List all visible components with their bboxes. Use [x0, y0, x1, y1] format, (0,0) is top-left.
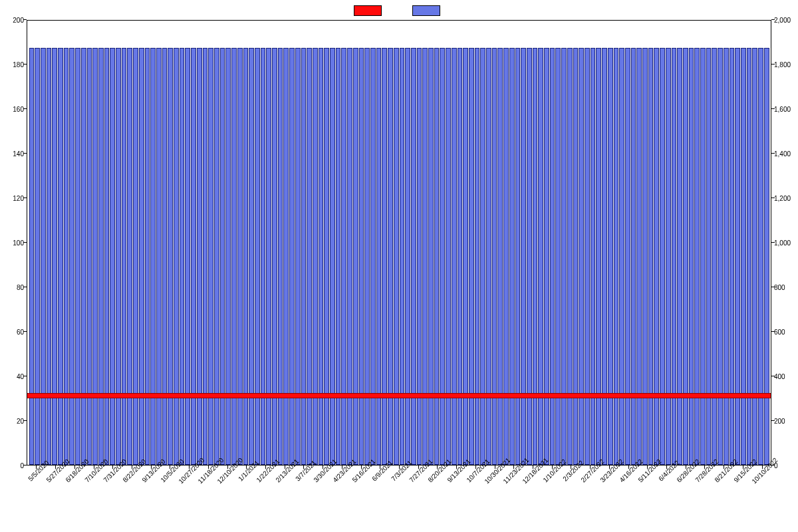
- y-right-tick-label: 400: [774, 373, 785, 380]
- bar: [694, 48, 700, 465]
- bar: [364, 48, 370, 465]
- bar: [533, 48, 538, 465]
- bar: [301, 48, 307, 465]
- bar: [156, 48, 162, 465]
- bar: [405, 48, 410, 465]
- bar: [608, 48, 613, 465]
- x-axis: 5/5/20205/27/20206/18/20207/10/20207/31/…: [27, 466, 771, 532]
- bar: [41, 48, 46, 465]
- y-right-tick-label: 1,600: [774, 106, 791, 113]
- y-right-tick-label: 1,000: [774, 239, 791, 247]
- y-left-tick-label: 160: [13, 106, 24, 113]
- bar: [758, 48, 763, 465]
- y-right-tick-label: 2,000: [774, 17, 791, 24]
- bar: [394, 48, 399, 465]
- y-left-tick-label: 180: [13, 61, 24, 68]
- bar: [619, 48, 624, 465]
- bar: [400, 48, 405, 465]
- bar: [417, 48, 422, 465]
- chart: 020406080100120140160180200 020040060080…: [0, 0, 798, 532]
- y-left-tick-label: 200: [13, 17, 24, 24]
- y-right-tick: [771, 242, 775, 243]
- bar: [527, 48, 532, 465]
- bar: [660, 48, 665, 465]
- bar: [718, 48, 723, 465]
- line-series: [27, 393, 771, 398]
- y-right-tick-label: 1,400: [774, 150, 791, 158]
- bar: [730, 48, 735, 465]
- bar: [319, 48, 324, 465]
- bar: [208, 48, 213, 465]
- bar: [492, 48, 497, 465]
- y-left-tick-label: 40: [17, 373, 24, 380]
- bar: [636, 48, 642, 465]
- bar: [434, 48, 440, 465]
- bar: [764, 48, 769, 465]
- bar: [573, 48, 579, 465]
- bar: [388, 48, 393, 465]
- bar: [313, 48, 318, 465]
- y-right-tick-label: 200: [774, 418, 785, 425]
- bar: [203, 48, 208, 465]
- bar: [422, 48, 428, 465]
- bar: [689, 48, 694, 465]
- bar: [104, 48, 110, 465]
- bar: [382, 48, 387, 465]
- bar: [741, 48, 746, 465]
- bar: [724, 48, 729, 465]
- bar: [480, 48, 485, 465]
- bar: [631, 48, 636, 465]
- y-left-tick-label: 60: [17, 329, 24, 336]
- bar: [336, 48, 341, 465]
- bar: [683, 48, 688, 465]
- bar: [341, 48, 346, 465]
- bar: [712, 48, 717, 465]
- bar: [116, 48, 121, 465]
- bar: [428, 48, 434, 465]
- bar: [503, 48, 509, 465]
- bar: [555, 48, 561, 465]
- bar: [64, 48, 69, 465]
- bar: [214, 48, 219, 465]
- bar: [249, 48, 254, 465]
- legend-item-1: [354, 5, 386, 16]
- y-right-tick-label: 800: [774, 284, 785, 291]
- bar: [278, 48, 283, 465]
- bar: [625, 48, 630, 465]
- bar: [654, 48, 659, 465]
- bar: [509, 48, 515, 465]
- bar: [272, 48, 277, 465]
- bar: [127, 48, 132, 465]
- bar: [677, 48, 682, 465]
- bar: [289, 48, 295, 465]
- bar: [735, 48, 740, 465]
- y-axis-right: 02004006008001,0001,2001,4001,6001,8002,…: [771, 20, 798, 466]
- bar: [307, 48, 312, 465]
- bar: [700, 48, 706, 465]
- bar: [324, 48, 329, 465]
- y-left-tick-label: 140: [13, 150, 24, 158]
- bar: [225, 48, 231, 465]
- bar: [602, 48, 607, 465]
- legend: [0, 5, 798, 16]
- bar: [92, 48, 98, 465]
- bar: [52, 48, 57, 465]
- bar: [174, 48, 179, 465]
- y-right-tick: [771, 376, 775, 376]
- legend-swatch-red: [354, 5, 382, 16]
- y-axis-left: 020406080100120140160180200: [0, 20, 27, 466]
- bar: [330, 48, 335, 465]
- legend-item-2: [412, 5, 444, 16]
- bar: [58, 48, 63, 465]
- bar: [550, 48, 555, 465]
- bar: [283, 48, 289, 465]
- bar: [642, 48, 648, 465]
- bar: [47, 48, 52, 465]
- bar: [243, 48, 249, 465]
- bar: [515, 48, 521, 465]
- y-right-tick: [771, 19, 775, 20]
- y-right-tick-label: 1,800: [774, 61, 791, 68]
- y-left-tick-label: 80: [17, 284, 24, 291]
- bar: [486, 48, 491, 465]
- bar: [475, 48, 480, 465]
